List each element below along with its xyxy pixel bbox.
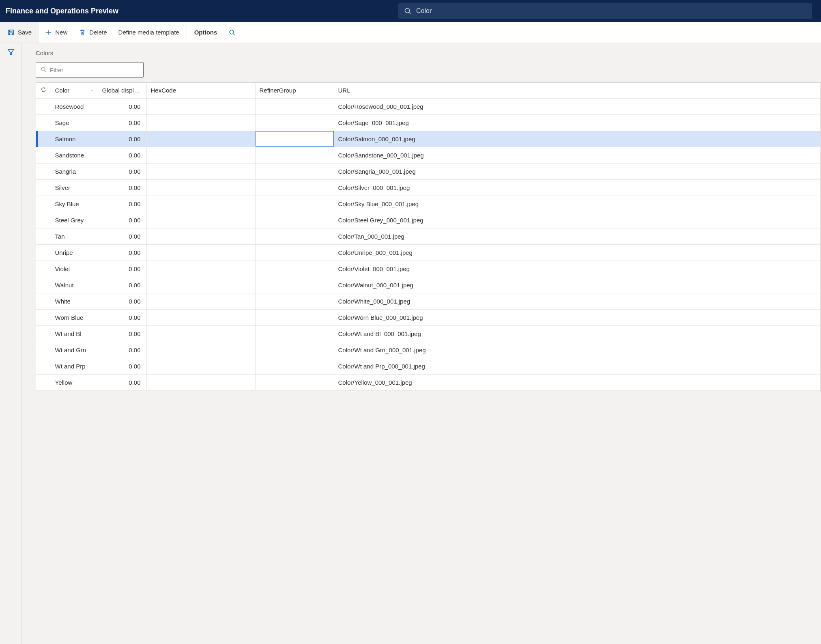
- cell-color[interactable]: Steel Grey: [51, 212, 98, 228]
- cell-url[interactable]: Color/Yellow_000_001.jpeg: [334, 374, 821, 390]
- delete-button[interactable]: Delete: [73, 22, 112, 43]
- table-row[interactable]: Violet0.00Color/Violet_000_001.jpeg: [36, 261, 821, 277]
- global-search[interactable]: Color: [398, 3, 812, 19]
- cell-hexcode[interactable]: [146, 196, 255, 212]
- cell-refinergroup[interactable]: [255, 98, 334, 114]
- table-row[interactable]: Silver0.00Color/Silver_000_001.jpeg: [36, 179, 821, 196]
- cell-url[interactable]: Color/Unripe_000_001.jpeg: [334, 244, 821, 261]
- row-selector[interactable]: [36, 309, 51, 325]
- cell-url[interactable]: Color/Silver_000_001.jpeg: [334, 179, 821, 196]
- cell-global-display[interactable]: 0.00: [98, 212, 146, 228]
- table-row[interactable]: Tan0.00Color/Tan_000_001.jpeg: [36, 228, 821, 244]
- table-row[interactable]: Unripe0.00Color/Unripe_000_001.jpeg: [36, 244, 821, 261]
- row-selector[interactable]: [36, 244, 51, 261]
- row-selector[interactable]: [36, 342, 51, 358]
- cell-url[interactable]: Color/Sangria_000_001.jpeg: [334, 163, 821, 179]
- cell-color[interactable]: Sandstone: [51, 147, 98, 163]
- cell-refinergroup[interactable]: [255, 261, 334, 277]
- cell-refinergroup[interactable]: [255, 131, 334, 147]
- table-row[interactable]: Steel Grey0.00Color/Steel Grey_000_001.j…: [36, 212, 821, 228]
- column-header-global-display[interactable]: Global display …: [98, 83, 146, 98]
- column-header-refinergroup[interactable]: RefinerGroup: [255, 83, 334, 98]
- row-selector[interactable]: [36, 293, 51, 309]
- cell-url[interactable]: Color/Sage_000_001.jpeg: [334, 114, 821, 131]
- row-selector[interactable]: [36, 114, 51, 131]
- table-row[interactable]: Sandstone0.00Color/Sandstone_000_001.jpe…: [36, 147, 821, 163]
- cell-color[interactable]: Unripe: [51, 244, 98, 261]
- cell-hexcode[interactable]: [146, 374, 255, 390]
- cell-refinergroup[interactable]: [255, 147, 334, 163]
- cell-refinergroup[interactable]: [255, 114, 334, 131]
- column-header-color[interactable]: Color ↑: [51, 83, 98, 98]
- table-row[interactable]: Worn Blue0.00Color/Worn Blue_000_001.jpe…: [36, 309, 821, 325]
- cell-hexcode[interactable]: [146, 358, 255, 374]
- cell-url[interactable]: Color/White_000_001.jpeg: [334, 293, 821, 309]
- cell-refinergroup[interactable]: [255, 358, 334, 374]
- row-selector[interactable]: [36, 228, 51, 244]
- refinergroup-editor[interactable]: [256, 131, 334, 146]
- cell-global-display[interactable]: 0.00: [98, 293, 146, 309]
- cell-global-display[interactable]: 0.00: [98, 228, 146, 244]
- cell-url[interactable]: Color/Tan_000_001.jpeg: [334, 228, 821, 244]
- cell-global-display[interactable]: 0.00: [98, 179, 146, 196]
- cell-refinergroup[interactable]: [255, 277, 334, 293]
- cell-hexcode[interactable]: [146, 228, 255, 244]
- cell-color[interactable]: Walnut: [51, 277, 98, 293]
- table-row[interactable]: Wt and Grn0.00Color/Wt and Grn_000_001.j…: [36, 342, 821, 358]
- grid-filter-input[interactable]: [50, 67, 139, 73]
- table-row[interactable]: Sage0.00Color/Sage_000_001.jpeg: [36, 114, 821, 131]
- cell-hexcode[interactable]: [146, 131, 255, 147]
- cell-url[interactable]: Color/Wt and Grn_000_001.jpeg: [334, 342, 821, 358]
- cell-hexcode[interactable]: [146, 325, 255, 342]
- row-selector[interactable]: [36, 212, 51, 228]
- row-selector[interactable]: [36, 163, 51, 179]
- cell-url[interactable]: Color/Steel Grey_000_001.jpeg: [334, 212, 821, 228]
- options-button[interactable]: Options: [189, 22, 223, 43]
- cell-url[interactable]: Color/Walnut_000_001.jpeg: [334, 277, 821, 293]
- cell-hexcode[interactable]: [146, 163, 255, 179]
- row-selector[interactable]: [36, 98, 51, 114]
- cell-refinergroup[interactable]: [255, 244, 334, 261]
- column-header-hexcode[interactable]: HexCode: [146, 83, 255, 98]
- filter-pane-button[interactable]: [7, 48, 15, 57]
- cell-global-display[interactable]: 0.00: [98, 277, 146, 293]
- row-selector[interactable]: [36, 179, 51, 196]
- cell-global-display[interactable]: 0.00: [98, 114, 146, 131]
- table-row[interactable]: White0.00Color/White_000_001.jpeg: [36, 293, 821, 309]
- cell-refinergroup[interactable]: [255, 228, 334, 244]
- cell-refinergroup[interactable]: [255, 342, 334, 358]
- row-selector[interactable]: [36, 325, 51, 342]
- cell-hexcode[interactable]: [146, 244, 255, 261]
- find-button[interactable]: [223, 22, 241, 43]
- cell-global-display[interactable]: 0.00: [98, 309, 146, 325]
- cell-color[interactable]: Rosewood: [51, 98, 98, 114]
- row-selector[interactable]: [36, 196, 51, 212]
- cell-color[interactable]: Wt and Bl: [51, 325, 98, 342]
- cell-global-display[interactable]: 0.00: [98, 325, 146, 342]
- cell-url[interactable]: Color/Sandstone_000_001.jpeg: [334, 147, 821, 163]
- cell-global-display[interactable]: 0.00: [98, 244, 146, 261]
- cell-url[interactable]: Color/Worn Blue_000_001.jpeg: [334, 309, 821, 325]
- row-selector[interactable]: [36, 374, 51, 390]
- cell-color[interactable]: Tan: [51, 228, 98, 244]
- row-selector[interactable]: [36, 277, 51, 293]
- cell-global-display[interactable]: 0.00: [98, 358, 146, 374]
- grid-refresh-header[interactable]: [36, 83, 51, 98]
- cell-color[interactable]: Worn Blue: [51, 309, 98, 325]
- cell-url[interactable]: Color/Wt and Prp_000_001.jpeg: [334, 358, 821, 374]
- cell-global-display[interactable]: 0.00: [98, 374, 146, 390]
- table-row[interactable]: Yellow0.00Color/Yellow_000_001.jpeg: [36, 374, 821, 390]
- cell-hexcode[interactable]: [146, 309, 255, 325]
- cell-hexcode[interactable]: [146, 147, 255, 163]
- cell-url[interactable]: Color/Wt and Bl_000_001.jpeg: [334, 325, 821, 342]
- cell-hexcode[interactable]: [146, 179, 255, 196]
- cell-hexcode[interactable]: [146, 114, 255, 131]
- cell-refinergroup[interactable]: [255, 309, 334, 325]
- table-row[interactable]: Wt and Prp0.00Color/Wt and Prp_000_001.j…: [36, 358, 821, 374]
- cell-hexcode[interactable]: [146, 212, 255, 228]
- cell-global-display[interactable]: 0.00: [98, 196, 146, 212]
- cell-hexcode[interactable]: [146, 261, 255, 277]
- cell-global-display[interactable]: 0.00: [98, 342, 146, 358]
- cell-hexcode[interactable]: [146, 342, 255, 358]
- cell-refinergroup[interactable]: [255, 196, 334, 212]
